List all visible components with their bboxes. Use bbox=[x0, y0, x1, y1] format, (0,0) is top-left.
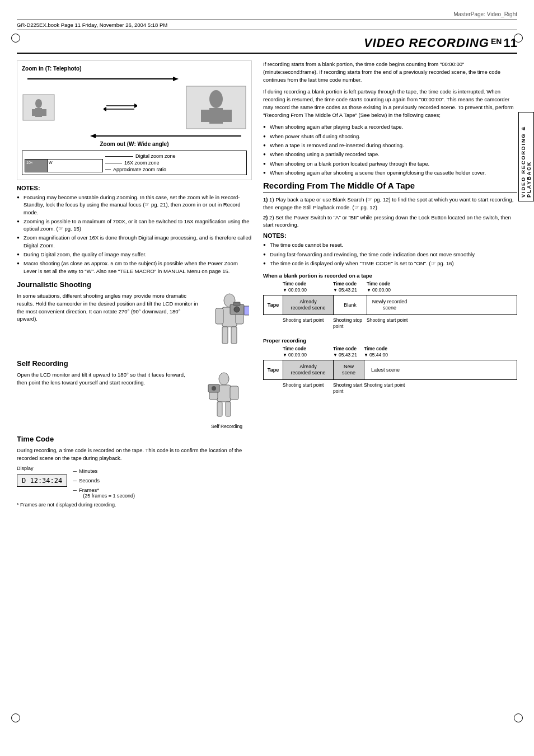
notes-rec-2: During fast-forwarding and rewinding, th… bbox=[263, 251, 517, 258]
right-bullet-1: When shooting again after playing back a… bbox=[263, 123, 517, 130]
journalistic-text: In some situations, different shooting a… bbox=[17, 292, 202, 323]
right-intro-text: If recording starts from a blank portion… bbox=[263, 60, 517, 83]
right-bullet-6: When shooting again after shooting a sce… bbox=[263, 169, 517, 176]
corner-mark-bl bbox=[11, 713, 20, 722]
en-subscript: EN bbox=[491, 37, 502, 46]
point-1: Shooting start point bbox=[283, 317, 333, 330]
notes-rec-1: The time code cannot be reset. bbox=[263, 241, 517, 248]
right-bullet-list: When shooting again after playing back a… bbox=[263, 123, 517, 176]
svg-rect-13 bbox=[209, 108, 223, 124]
time-code-text: During recording, a time code is recorde… bbox=[17, 447, 252, 462]
svg-rect-25 bbox=[233, 302, 240, 306]
notes-recording-title: NOTES: bbox=[263, 232, 517, 239]
blank-points-row: Shooting start point Shooting stop point… bbox=[263, 317, 517, 330]
svg-rect-32 bbox=[217, 402, 222, 416]
minutes-label: Minutes bbox=[73, 468, 135, 474]
proper-point-3: Shooting start point bbox=[364, 382, 405, 395]
time-code-display: D 12:34:24 bbox=[17, 475, 67, 487]
svg-rect-31 bbox=[230, 386, 238, 400]
proper-tape-diagram: Proper recording Time code Time code Tim… bbox=[263, 337, 517, 395]
corner-mark-tl bbox=[11, 34, 20, 43]
notes-zoom: NOTES: Focusing may become unstable duri… bbox=[17, 185, 252, 275]
side-label: VIDEO RECORDING & PLAYBACK bbox=[518, 112, 534, 201]
proper-tape-track: Tape Alreadyrecorded scene Newscene Late… bbox=[263, 360, 517, 380]
journalistic-section: In some situations, different shooting a… bbox=[17, 292, 252, 354]
right-bullet-3: When a tape is removed and re-inserted d… bbox=[263, 142, 517, 149]
point-3: Shooting start point bbox=[367, 317, 407, 330]
zone-labels: Digital zoom zone 16X zoom zone Approxim… bbox=[105, 153, 176, 172]
blank-tc-values-row: ▼ 00:00:00 ▼ 05:43:21 ▼ 00:00:00 bbox=[263, 287, 517, 293]
self-recording-text: Open the LCD monitor and tilt it upward … bbox=[17, 371, 196, 387]
page-title-text: VIDEO RECORDING bbox=[364, 36, 489, 50]
wide-angle-arrow bbox=[90, 132, 247, 140]
display-label: Display bbox=[17, 466, 67, 471]
step-2-text: 2) 2) Set the Power Switch to "A" or "BI… bbox=[263, 214, 517, 229]
blank-diagram-title: When a blank portion is recorded on a ta… bbox=[263, 273, 517, 279]
svg-rect-15 bbox=[223, 110, 232, 122]
svg-rect-33 bbox=[226, 402, 231, 416]
book-info-bar: GR-D225EX.book Page 11 Friday, November … bbox=[17, 20, 517, 30]
right-bullet-4: When shooting using a partially recorded… bbox=[263, 151, 517, 158]
proper-points-row: Shooting start point Shooting start poin… bbox=[263, 382, 517, 395]
right-bullet-2: When power shuts off during shooting. bbox=[263, 133, 517, 140]
newly-recorded-segment: Newly recordedscene bbox=[367, 295, 412, 314]
frames-footnote: * Frames are not displayed during record… bbox=[17, 502, 252, 508]
proper-diagram-title: Proper recording bbox=[263, 337, 517, 344]
svg-marker-1 bbox=[173, 77, 179, 81]
notes-recording-list: The time code cannot be reset. During fa… bbox=[263, 241, 517, 267]
svg-rect-27 bbox=[244, 306, 249, 315]
notes-zoom-item-2: Zooming is possible to a maximum of 700X… bbox=[17, 218, 252, 233]
blank-tape-track: Tape Alreadyrecorded scene Blank Newly r… bbox=[263, 295, 517, 315]
camera-wide-view bbox=[185, 85, 247, 130]
right-blank-text: If during recording a blank portion is l… bbox=[263, 88, 517, 119]
svg-point-35 bbox=[212, 386, 216, 391]
blank-tc-labels-row: Time code Time code Time code bbox=[263, 281, 517, 287]
zoom-bar: 10× W bbox=[25, 159, 103, 172]
self-recording-svg bbox=[202, 371, 249, 421]
point-2: Shooting stop point bbox=[333, 317, 367, 330]
notes-zoom-list: Focusing may become unstable during Zoom… bbox=[17, 194, 252, 275]
notes-rec-3: The time code is displayed only when "TI… bbox=[263, 260, 517, 267]
zoom-between-arrows bbox=[104, 102, 137, 113]
two-col-layout: Zoom in (T: Telephoto) bbox=[17, 60, 517, 508]
notes-zoom-title: NOTES: bbox=[17, 185, 252, 191]
journalistic-heading: Journalistic Shooting bbox=[17, 280, 252, 289]
proper-tc-values-row: ▼ 00:00:00 ▼ 05:43:21 ▼ 05:44:00 bbox=[263, 352, 517, 358]
self-recording-label: Self Recording bbox=[202, 424, 252, 429]
proper-latest-scene: Latest scene bbox=[364, 360, 406, 379]
time-code-labels: Minutes Seconds Frames* (25 frames = 1 s… bbox=[73, 466, 135, 499]
proper-tc-labels-row: Time code Time code Time code bbox=[263, 346, 517, 351]
svg-marker-10 bbox=[104, 107, 106, 111]
notes-zoom-item-3: Zoom magnification of over 16X is done t… bbox=[17, 234, 252, 249]
zoom-wide-label: Zoom out (W: Wide angle) bbox=[22, 141, 247, 147]
blank-tape-diagram: When a blank portion is recorded on a ta… bbox=[263, 273, 517, 330]
right-column: If recording starts from a blank portion… bbox=[263, 60, 517, 508]
journalistic-figure bbox=[207, 292, 252, 354]
zoom-zone-indicator: 10× W Digital zoom zone 16X zoom zon bbox=[22, 151, 247, 175]
svg-point-3 bbox=[35, 99, 42, 108]
svg-marker-17 bbox=[90, 134, 96, 138]
proper-point-2: Shooting start point bbox=[333, 382, 364, 395]
svg-rect-14 bbox=[201, 110, 210, 122]
svg-rect-6 bbox=[42, 109, 46, 116]
recording-from-middle-heading: Recording From The Middle Of A Tape bbox=[263, 181, 517, 192]
telephoto-arrow bbox=[22, 75, 179, 83]
notes-zoom-item-4: During Digital zoom, the quality of imag… bbox=[17, 251, 252, 258]
proper-point-1: Shooting start point bbox=[283, 382, 333, 395]
right-bullet-5: When shooting on a blank portion located… bbox=[263, 160, 517, 167]
left-column: Zoom in (T: Telephoto) bbox=[17, 60, 252, 508]
masterpage-label: MasterPage: Video_Right bbox=[17, 11, 517, 17]
svg-point-28 bbox=[219, 373, 229, 385]
notes-zoom-item-1: Focusing may become unstable during Zoom… bbox=[17, 194, 252, 216]
time-code-heading: Time Code bbox=[17, 435, 252, 443]
svg-rect-22 bbox=[222, 327, 228, 344]
page-container: MasterPage: Video_Right GR-D225EX.book P… bbox=[0, 0, 534, 756]
already-recorded-segment: Alreadyrecorded scene bbox=[283, 295, 334, 314]
notes-zoom-item-5: Macro shooting (as close as approx. 5 cm… bbox=[17, 260, 252, 275]
notes-recording: NOTES: The time code cannot be reset. Du… bbox=[263, 232, 517, 267]
step-1-text: 1) 1) Play back a tape or use Blank Sear… bbox=[263, 196, 517, 212]
svg-marker-8 bbox=[134, 104, 137, 108]
self-recording-heading: Self Recording bbox=[17, 359, 252, 368]
svg-rect-5 bbox=[32, 109, 36, 116]
time-code-display-area: Display D 12:34:24 Minutes Seconds Frame… bbox=[17, 466, 252, 499]
